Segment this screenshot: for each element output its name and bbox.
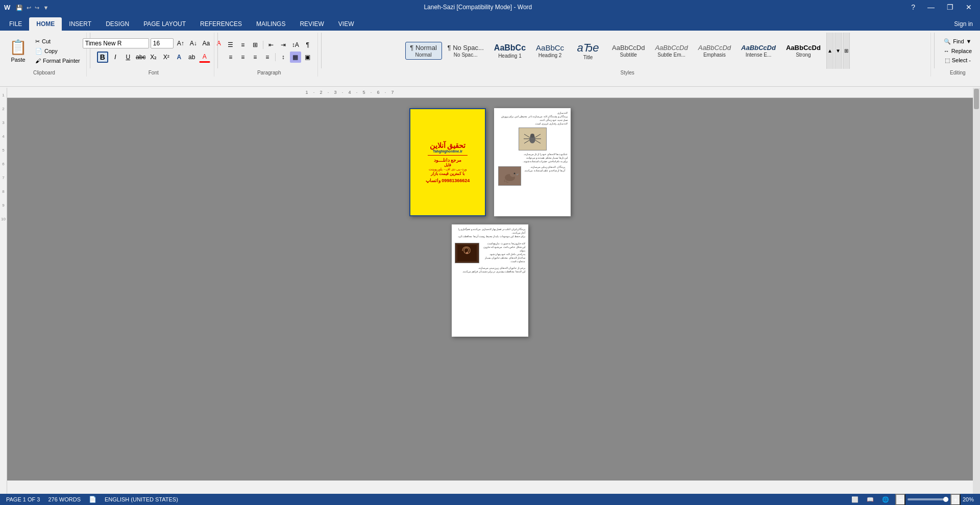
replace-button[interactable]: ↔ Replace: [942, 47, 974, 55]
zoom-out-button[interactable]: −: [895, 494, 905, 506]
italic-button[interactable]: I: [110, 52, 121, 63]
select-icon: ⬚: [945, 57, 950, 64]
shrink-font-button[interactable]: A↓: [188, 38, 199, 49]
page1-phone: 09981366624 واتساپ: [426, 178, 470, 183]
restore-button[interactable]: ❐: [943, 2, 958, 12]
sign-in-button[interactable]: Sign in: [947, 17, 980, 31]
format-painter-button[interactable]: 🖌 Format Painter: [33, 57, 82, 65]
style-emphasis[interactable]: AaBbCcDd Emphasis: [694, 42, 736, 60]
style-heading2-label: Heading 2: [538, 53, 562, 58]
font-color-button[interactable]: A: [199, 52, 210, 63]
sort-button[interactable]: ↕A: [290, 39, 301, 50]
tab-design[interactable]: DESIGN: [99, 17, 136, 31]
save-icon[interactable]: 💾: [16, 5, 23, 11]
editing-group: 🔍 Find ▼ ↔ Replace ⬚ Select - Editing: [938, 33, 978, 77]
align-center-button[interactable]: ≡: [237, 52, 249, 63]
text-effects-button[interactable]: A: [174, 52, 185, 63]
replace-label: Replace: [951, 48, 972, 54]
copy-button[interactable]: 📄 Copy: [33, 47, 82, 56]
style-heading2[interactable]: AaBbCc Heading 2: [531, 41, 569, 60]
line-spacing-button[interactable]: ↕: [278, 52, 289, 63]
borders-button[interactable]: ▣: [302, 52, 313, 63]
bold-button[interactable]: B: [97, 52, 108, 63]
subscript-button[interactable]: X₂: [148, 52, 159, 63]
print-layout-view-button[interactable]: ⬜: [849, 495, 861, 504]
word-page-1[interactable]: تحقیق آنلاین Tahghighonline.ir مرجع دانل…: [409, 108, 486, 216]
zoom-slider[interactable]: [908, 498, 948, 500]
zoom-in-button[interactable]: +: [950, 494, 961, 506]
grow-font-button[interactable]: A↑: [175, 38, 186, 49]
title-bar: W 💾 ↩ ↪ ▼ Laneh-Sazi [Compatibility Mode…: [0, 0, 980, 14]
paragraph-label: Paragraph: [257, 69, 281, 77]
web-layout-view-button[interactable]: 🌐: [880, 495, 891, 504]
style-emphasis-preview: AaBbCcDd: [698, 44, 731, 52]
word-page-3[interactable]: پرندگان ایران اغلب در فصل بهار لانه‌سازی…: [452, 224, 528, 337]
svg-point-1: [530, 134, 534, 138]
tab-home[interactable]: HOME: [29, 17, 62, 31]
vertical-scrollbar[interactable]: [973, 88, 980, 494]
decrease-indent-button[interactable]: ⇤: [265, 39, 277, 50]
page3-image-section: لانه حلزون‌ها به صورت مارپیچ است. این شک…: [455, 242, 525, 264]
numbering-button[interactable]: ≡: [237, 39, 249, 50]
superscript-button[interactable]: X²: [161, 52, 172, 63]
style-no-spacing[interactable]: ¶ No Spac... No Spac...: [443, 42, 488, 60]
help-button[interactable]: ?: [907, 2, 919, 12]
tab-review[interactable]: REVIEW: [292, 17, 331, 31]
page1-desc2: فایل: [444, 163, 451, 167]
text-highlight-button[interactable]: ab: [186, 52, 198, 63]
change-case-button[interactable]: Aa: [201, 38, 212, 49]
find-button[interactable]: 🔍 Find ▼: [942, 37, 973, 46]
align-left-button[interactable]: ≡: [225, 52, 236, 63]
tab-file[interactable]: FILE: [2, 17, 29, 31]
bullets-button[interactable]: ☰: [225, 39, 236, 50]
style-heading1[interactable]: AaBbCc Heading 1: [489, 41, 530, 60]
separator-3: [321, 33, 322, 68]
align-right-button[interactable]: ≡: [250, 52, 261, 63]
show-formatting-button[interactable]: ¶: [302, 39, 313, 50]
font-size-input[interactable]: [151, 38, 174, 48]
strikethrough-button[interactable]: abc: [135, 52, 146, 63]
underline-button[interactable]: U: [122, 52, 134, 63]
redo-icon[interactable]: ↪: [35, 5, 39, 11]
style-title[interactable]: aЂe Title: [570, 39, 606, 62]
customize-qa-icon[interactable]: ▼: [43, 5, 49, 11]
tab-mailings[interactable]: MAILINGS: [249, 17, 292, 31]
paste-button[interactable]: 📋 Paste: [6, 37, 30, 65]
read-mode-view-button[interactable]: 📖: [865, 495, 876, 504]
svg-line-4: [524, 140, 529, 143]
styles-gallery: ¶ Normal Normal ¶ No Spac... No Spac... …: [405, 33, 850, 69]
page1-desc4: با کمترین قیمت بازار: [431, 171, 465, 176]
close-button[interactable]: ✕: [962, 2, 976, 12]
language-info: ENGLISH (UNITED STATES): [105, 496, 178, 502]
style-strong[interactable]: AaBbCcDd Strong: [781, 42, 825, 60]
page2-image-wrapper-1: [497, 128, 568, 150]
word-page-2[interactable]: لانه سازی پرندگان و پشندگان لانه می‌سازن…: [494, 108, 571, 216]
style-subtle-emphasis[interactable]: AaBbCcDd Subtle Em...: [650, 42, 692, 60]
undo-icon[interactable]: ↩: [27, 5, 31, 11]
replace-icon: ↔: [944, 48, 949, 54]
word-logo: W: [4, 4, 10, 11]
svg-point-10: [513, 173, 515, 174]
paste-label: Paste: [11, 57, 25, 63]
style-intense-emphasis[interactable]: AaBbCcDd Intense E...: [737, 42, 780, 60]
style-subtitle[interactable]: AaBbCcDd Subtitle: [607, 42, 649, 60]
tab-view[interactable]: VIEW: [331, 17, 361, 31]
styles-scroll-up[interactable]: ▲: [826, 33, 834, 69]
tab-page-layout[interactable]: PAGE LAYOUT: [136, 17, 193, 31]
multilevel-list-button[interactable]: ⊞: [250, 39, 261, 50]
tab-insert[interactable]: INSERT: [62, 17, 99, 31]
minimize-button[interactable]: —: [923, 2, 939, 12]
page3-spiral-image: [455, 243, 479, 263]
increase-indent-button[interactable]: ⇥: [278, 39, 289, 50]
select-button[interactable]: ⬚ Select -: [943, 56, 973, 65]
cut-button[interactable]: ✂ Cut: [33, 37, 82, 46]
styles-scroll-down[interactable]: ▼: [835, 33, 842, 69]
shading-button[interactable]: ▦: [290, 52, 301, 63]
tab-references[interactable]: REFERENCES: [193, 17, 249, 31]
justify-button[interactable]: ≡: [262, 52, 273, 63]
font-name-input[interactable]: [83, 38, 149, 48]
style-normal[interactable]: ¶ Normal Normal: [405, 42, 442, 60]
scrollbar-thumb[interactable]: [974, 89, 979, 109]
page2-content: لانه سازی پرندگان و پشندگان لانه می‌سازن…: [494, 108, 571, 216]
styles-expand[interactable]: ⊞: [843, 33, 850, 69]
